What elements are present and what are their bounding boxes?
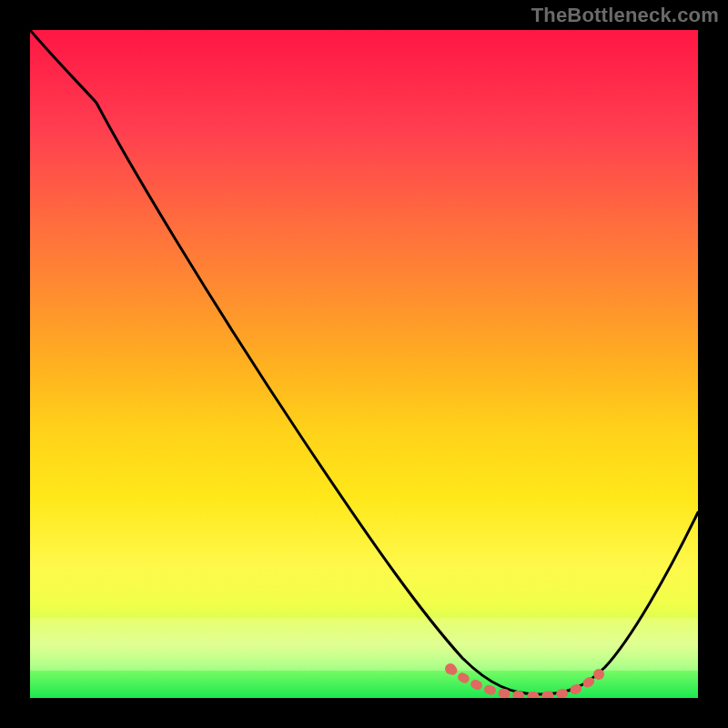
curve-layer: [30, 30, 698, 698]
plot-area: [30, 30, 698, 698]
watermark-text: TheBottleneck.com: [531, 4, 719, 27]
optimal-range-dot: [593, 669, 604, 680]
optimal-range-dot: [445, 663, 456, 674]
chart-frame: TheBottleneck.com: [0, 0, 728, 728]
bottleneck-curve: [30, 30, 698, 694]
